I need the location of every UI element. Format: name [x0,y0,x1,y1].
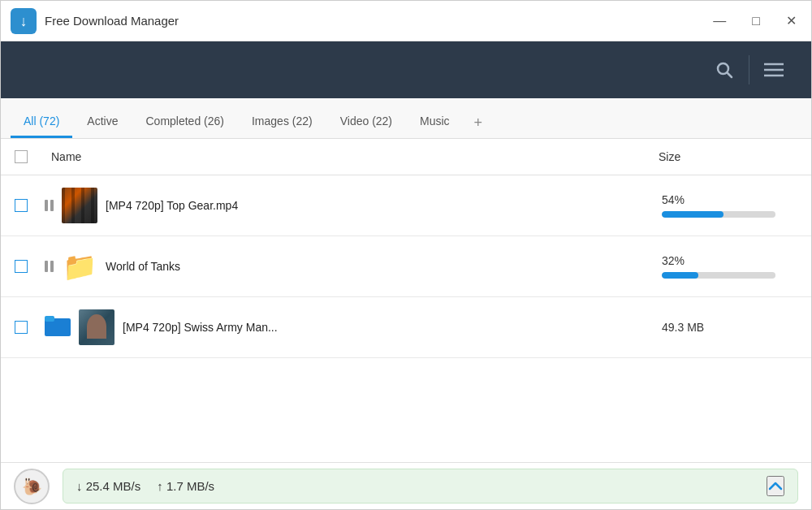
maximize-button[interactable]: □ [747,13,765,29]
folder-icon [45,313,71,342]
file-name: [MP4 720p] Top Gear.mp4 [106,199,238,212]
table-row: 📁 World of Tanks 32% [1,236,811,297]
header-checkbox-cell[interactable] [1,147,41,166]
expand-button[interactable] [767,476,784,496]
row-checkbox-cell[interactable] [1,260,41,273]
speed-limit-button[interactable]: 🐌 [14,469,50,504]
download-table: Name Size [MP4 720p] Top Gear.mp4 54% [1,139,811,462]
download-speed: 25.4 MB/s [76,479,140,493]
tab-all[interactable]: All (72) [11,108,72,138]
progress-fill [662,211,723,218]
minimize-button[interactable]: — [708,13,731,29]
pause-button[interactable] [45,261,54,272]
row-checkbox[interactable] [15,260,28,273]
search-button[interactable] [700,52,749,88]
tabs-bar: All (72) Active Completed (26) Images (2… [1,98,811,139]
progress-percent: 32% [662,254,798,267]
file-thumbnail [79,309,114,345]
select-all-checkbox[interactable] [15,150,28,163]
tab-video[interactable]: Video (22) [327,108,405,138]
file-thumbnail: 📁 [62,249,97,284]
svg-text:↓: ↓ [20,13,28,29]
app-icon: ↓ [11,8,37,34]
progress-bar [662,211,775,218]
name-column-header: Name [41,147,649,166]
table-header: Name Size [1,139,811,175]
size-column-header: Size [649,147,811,166]
pause-bar-left [45,261,48,272]
pause-bar-right [50,200,54,211]
row-content: [MP4 720p] Top Gear.mp4 [41,181,649,230]
progress-fill [662,272,698,279]
progress-percent: 54% [662,193,798,206]
tab-active[interactable]: Active [74,108,131,138]
bottom-bar: 🐌 25.4 MB/s 1.7 MB/s [1,462,811,509]
pause-bar-left [45,200,48,211]
row-checkbox-cell[interactable] [1,321,41,334]
row-size-cell: 32% [649,248,811,285]
snail-icon: 🐌 [22,477,42,496]
row-size-cell: 49.3 MB [649,314,811,340]
progress-bar [662,272,775,279]
tab-add-button[interactable]: + [464,109,493,138]
tab-images[interactable]: Images (22) [239,108,326,138]
row-checkbox[interactable] [15,199,28,212]
row-checkbox-cell[interactable] [1,199,41,212]
app-title: Free Download Manager [45,14,708,28]
toolbar [1,41,811,98]
file-size: 49.3 MB [662,321,798,334]
close-button[interactable]: ✕ [781,13,801,29]
row-content: [MP4 720p] Swiss Army Man... [41,303,649,352]
svg-rect-9 [45,316,54,322]
table-row: [MP4 720p] Top Gear.mp4 54% [1,175,811,236]
title-bar: ↓ Free Download Manager — □ ✕ [1,1,811,41]
table-row: [MP4 720p] Swiss Army Man... 49.3 MB [1,297,811,358]
upload-speed: 1.7 MB/s [157,479,214,493]
menu-button[interactable] [749,54,798,86]
row-checkbox[interactable] [15,321,28,334]
pause-button[interactable] [45,200,54,211]
tab-completed[interactable]: Completed (26) [132,108,237,138]
file-name: World of Tanks [106,260,180,273]
speed-info-panel: 25.4 MB/s 1.7 MB/s [63,469,798,504]
file-name: [MP4 720p] Swiss Army Man... [123,321,278,334]
pause-bar-right [50,261,54,272]
file-thumbnail [62,188,97,223]
svg-line-3 [728,73,732,78]
row-content: 📁 World of Tanks [41,242,649,291]
tab-music[interactable]: Music [407,108,463,138]
window-controls: — □ ✕ [708,13,801,29]
row-size-cell: 54% [649,187,811,224]
